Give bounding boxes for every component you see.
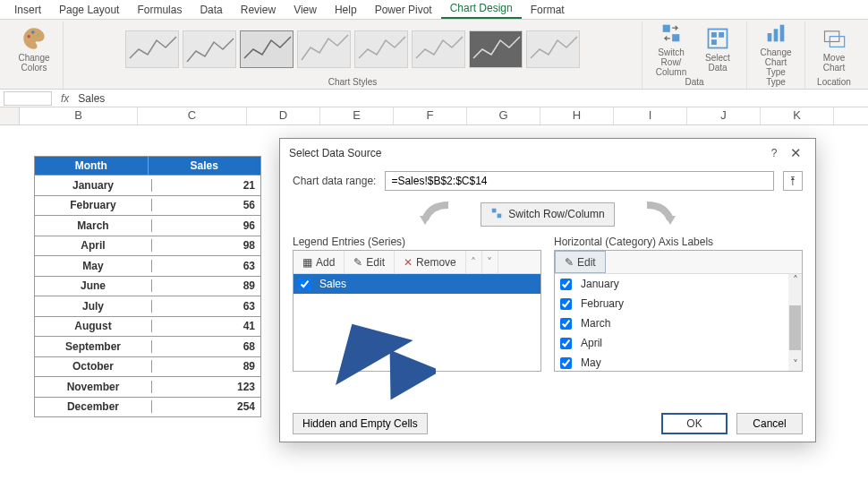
- chart-styles-gallery[interactable]: [125, 30, 580, 68]
- edit-series-button[interactable]: ✎Edit: [345, 251, 395, 273]
- category-item[interactable]: February: [555, 294, 802, 313]
- chart-style-3[interactable]: [240, 30, 294, 68]
- category-checkbox[interactable]: [560, 338, 572, 349]
- scroll-down-icon: ˅: [793, 358, 798, 371]
- col-header-d[interactable]: D: [247, 107, 320, 124]
- formula-value[interactable]: Sales: [78, 92, 105, 105]
- tab-help[interactable]: Help: [326, 1, 366, 19]
- select-data-source-dialog: Select Data Source ? ✕ Chart data range:…: [279, 138, 816, 442]
- series-checkbox[interactable]: [299, 279, 311, 290]
- change-colors-button[interactable]: Change Colors: [13, 24, 55, 74]
- chart-style-5[interactable]: [354, 30, 408, 68]
- category-checkbox[interactable]: [560, 279, 572, 290]
- svg-rect-16: [498, 213, 502, 218]
- category-checkbox[interactable]: [560, 318, 572, 330]
- col-header-c[interactable]: C: [138, 107, 247, 124]
- name-box[interactable]: [4, 91, 52, 106]
- table-row[interactable]: June89: [35, 276, 260, 296]
- svg-point-1: [31, 30, 35, 34]
- palette-icon: [21, 26, 47, 51]
- col-header-j[interactable]: J: [687, 107, 761, 124]
- select-data-button[interactable]: Select Data: [696, 24, 739, 74]
- table-row[interactable]: August41: [35, 316, 260, 337]
- svg-rect-10: [774, 29, 779, 41]
- dialog-help-button[interactable]: ?: [763, 147, 785, 159]
- series-list[interactable]: Sales: [294, 274, 540, 371]
- category-item[interactable]: April: [555, 333, 802, 353]
- svg-rect-3: [663, 25, 670, 32]
- tab-view[interactable]: View: [285, 1, 326, 19]
- svg-rect-4: [672, 34, 679, 41]
- table-row[interactable]: July63: [35, 296, 260, 316]
- col-header-b[interactable]: B: [20, 107, 138, 124]
- svg-rect-8: [711, 39, 717, 45]
- table-row[interactable]: May63: [35, 255, 260, 276]
- switch-row-column-button[interactable]: Switch Row/ Column: [650, 24, 693, 74]
- col-header-e[interactable]: E: [320, 107, 394, 124]
- tab-review[interactable]: Review: [232, 1, 285, 19]
- col-header-f[interactable]: F: [394, 107, 467, 124]
- chart-data-range-input[interactable]: [385, 171, 774, 191]
- move-chart-button[interactable]: Move Chart: [813, 24, 855, 74]
- svg-rect-7: [719, 32, 724, 38]
- ok-button[interactable]: OK: [661, 413, 728, 434]
- tab-insert[interactable]: Insert: [5, 1, 50, 19]
- category-item[interactable]: May: [555, 353, 802, 371]
- chart-style-6[interactable]: [412, 30, 465, 68]
- table-row[interactable]: February56: [35, 195, 260, 216]
- table-row[interactable]: November123: [35, 376, 260, 397]
- chart-style-4[interactable]: [297, 30, 351, 68]
- svg-rect-11: [780, 25, 785, 42]
- remove-series-button[interactable]: ✕Remove: [395, 251, 466, 273]
- tab-formulas[interactable]: Formulas: [128, 1, 191, 19]
- categories-scrollbar[interactable]: ˄˅: [788, 274, 802, 371]
- tab-chart-design[interactable]: Chart Design: [441, 0, 522, 19]
- cancel-button[interactable]: Cancel: [736, 413, 803, 434]
- table-row[interactable]: October89: [35, 356, 260, 377]
- tab-power-pivot[interactable]: Power Pivot: [366, 1, 441, 19]
- dialog-close-button[interactable]: ✕: [785, 145, 806, 161]
- table-row[interactable]: December254: [35, 397, 260, 417]
- categories-list[interactable]: January February March April May ˄˅: [555, 274, 802, 371]
- table-row[interactable]: September68: [35, 336, 260, 356]
- tab-format[interactable]: Format: [522, 1, 574, 19]
- col-header-i[interactable]: I: [614, 107, 687, 124]
- type-group-label: Type: [766, 76, 786, 87]
- move-up-button[interactable]: ˄: [466, 251, 482, 273]
- table-row[interactable]: March96: [35, 215, 260, 236]
- table-row[interactable]: April98: [35, 236, 260, 256]
- col-header-g[interactable]: G: [467, 107, 540, 124]
- edit-icon: ✎: [353, 256, 362, 269]
- arrow-left-icon: [413, 202, 454, 227]
- legend-entries-title: Legend Entries (Series): [293, 236, 541, 248]
- chart-styles-group-label: Chart Styles: [328, 76, 377, 87]
- fx-icon[interactable]: fx: [61, 92, 69, 105]
- category-item[interactable]: January: [555, 274, 802, 294]
- svg-marker-14: [420, 216, 430, 225]
- tab-page-layout[interactable]: Page Layout: [50, 1, 128, 19]
- move-down-button[interactable]: ˅: [482, 251, 498, 273]
- edit-icon: ✎: [565, 256, 574, 269]
- range-picker-button[interactable]: ⭱: [783, 171, 803, 191]
- chart-type-icon: [763, 21, 788, 46]
- select-data-label: Select Data: [696, 53, 739, 73]
- switch-rc-label: Switch Row/ Column: [650, 47, 693, 77]
- chart-style-1[interactable]: [125, 30, 179, 68]
- edit-categories-button[interactable]: ✎Edit: [555, 251, 606, 273]
- formula-bar: fx Sales: [0, 90, 868, 107]
- chart-style-7[interactable]: [469, 30, 523, 68]
- chart-style-2[interactable]: [183, 30, 236, 68]
- col-header-h[interactable]: H: [540, 107, 614, 124]
- switch-row-column-dialog-button[interactable]: Switch Row/Column: [481, 202, 614, 227]
- col-header-k[interactable]: K: [761, 107, 834, 124]
- hidden-empty-cells-button[interactable]: Hidden and Empty Cells: [293, 413, 428, 434]
- tab-data[interactable]: Data: [191, 1, 231, 19]
- change-chart-type-button[interactable]: Change Chart Type: [754, 24, 797, 74]
- table-row[interactable]: January21: [35, 175, 260, 195]
- category-item[interactable]: March: [555, 313, 802, 333]
- category-checkbox[interactable]: [560, 357, 572, 369]
- chart-style-8[interactable]: [526, 30, 580, 68]
- series-item[interactable]: Sales: [294, 274, 540, 294]
- category-checkbox[interactable]: [560, 298, 572, 310]
- add-series-button[interactable]: ▦Add: [294, 251, 345, 273]
